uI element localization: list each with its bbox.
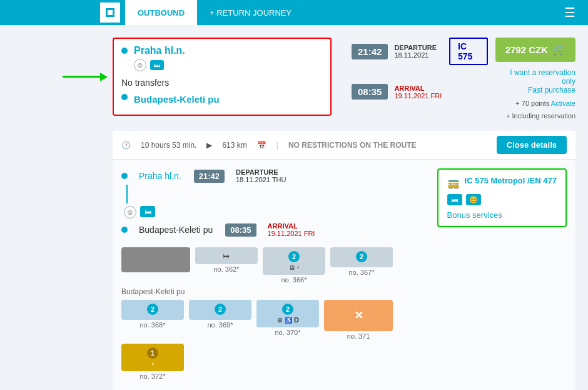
detail-arr-info: ARRIVAL 19.11.2021 FRI [268, 222, 315, 237]
close-details-button[interactable]: Close details [497, 136, 567, 154]
departure-info: DEPARTURE 18.11.2021 [394, 44, 437, 59]
car-card-370[interactable]: 2 🖥 ♿ D no. 370* [256, 300, 319, 340]
top-result-row: Praha hl.n. ◎ 🛏 No transfers Budapest-Ke… [113, 31, 575, 126]
arrow-line [63, 76, 100, 78]
arrival-label: ARRIVAL [394, 85, 442, 92]
arrival-date: 19.11.2021 FRI [394, 92, 442, 100]
detail-dest: Budapest-Keleti pu [139, 225, 213, 235]
train-icon: 🚃 [447, 177, 460, 189]
fast-purchase-link[interactable]: Fast purchase [495, 86, 575, 95]
detail-target-icon: ◎ [124, 206, 136, 218]
dest-station: Budapest-Keleti pu [134, 94, 220, 105]
activate-link[interactable]: Activate [551, 100, 575, 107]
no-transfers-label: No transfers [121, 78, 323, 88]
detail-arr-date: 19.11.2021 FRI [268, 230, 315, 237]
car-card-368[interactable]: 2 no. 368* [121, 300, 184, 340]
price-label: 2792 CZK [505, 44, 548, 55]
cart-icon: 🛒 [553, 44, 565, 56]
train-id-badge: IC 575 [449, 38, 488, 65]
train-link[interactable]: IC 575 Metropol /EN 477 [465, 176, 557, 185]
car-362-icons: 🛏 [204, 252, 249, 259]
detail-dest-row: Budapest-Keleti pu 08:35 ARRIVAL 19.11.2… [121, 222, 427, 237]
buy-button[interactable]: 2792 CZK 🛒 [495, 38, 575, 62]
detail-bed-icon: 🛏 [140, 206, 155, 217]
sleep-icon-366: ⸗ [297, 264, 299, 271]
tab-outbound[interactable]: OUTBOUND [125, 0, 197, 25]
car-card-367[interactable]: 2 no. 367* [330, 247, 393, 284]
car-label-370: no. 370* [256, 329, 319, 336]
monitor-icon-370: 🖥 [276, 317, 283, 324]
train-info-top: 🚃 IC 575 Metropol /EN 477 [447, 176, 557, 189]
sleep-icon-372: ⸗ [152, 360, 154, 367]
calendar-icon: 📅 [257, 141, 266, 150]
car-369-num: 2 [215, 304, 226, 315]
dot-line-bottom [121, 91, 128, 100]
car-label-371: no. 371 [324, 332, 393, 340]
detail-origin-dot [121, 173, 128, 179]
price-column: 2792 CZK 🛒 I want a reservation only Fas… [495, 38, 575, 120]
car-card-371[interactable]: ✕ no. 371 [324, 300, 393, 340]
route-info-bar: 🕐 10 hours 53 min. ▶ 613 km 📅 | NO RESTR… [113, 131, 575, 159]
monitor-icon-366: 🖥 [289, 264, 295, 271]
car-card-372[interactable]: 1 ⸗ no. 372* [121, 344, 184, 380]
detail-origin-row: Praha hl.n. 21:42 DEPARTURE 18.11.2021 T… [121, 168, 427, 183]
cross-icon-371: ✕ [354, 309, 363, 322]
car-370-icons: 🖥 ♿ D [263, 316, 313, 324]
svg-rect-2 [108, 10, 113, 15]
car-label-369: no. 369* [189, 321, 251, 329]
detail-dest-dot [121, 227, 128, 233]
detail-origin: Praha hl.n. [139, 171, 181, 181]
no-restrictions: NO RESTRICTIONS ON THE ROUTE [288, 141, 417, 150]
detail-dep-label: DEPARTURE [236, 168, 286, 176]
points-text: + 70 points [515, 100, 549, 107]
target-icon: ◎ [134, 59, 146, 71]
origin-station: Praha hl.n. [134, 45, 185, 56]
car-label-362: no. 362* [195, 265, 258, 273]
departure-block: 21:42 DEPARTURE 18.11.2021 IC 575 08:35 … [352, 38, 488, 102]
car-372-icons: ⸗ [128, 360, 178, 367]
car-372-num: 1 [147, 347, 158, 359]
arrow-icon: ▶ [206, 141, 212, 150]
separator: | [276, 141, 278, 150]
car-366-num: 2 [288, 251, 300, 262]
train-amenity-icons: 🛏 😊 [447, 194, 557, 205]
bonus-services-link[interactable]: Bonus services [447, 210, 557, 220]
car-label-366: no. 366* [263, 276, 325, 284]
car-370-num: 2 [282, 304, 293, 315]
dot-line-top [121, 45, 128, 54]
car-label-372: no. 372* [121, 372, 184, 380]
clock-icon: 🕐 [121, 141, 131, 150]
origin-row: Praha hl.n. ◎ 🛏 [121, 45, 323, 74]
wheelchair-icon-370: ♿ [285, 317, 292, 324]
detail-vline [124, 185, 427, 203]
detail-amenity-icons: ◎ 🛏 [124, 206, 427, 218]
distance: 613 km [222, 141, 246, 150]
origin-icons: ◎ 🛏 [134, 59, 185, 71]
car-label-368: no. 368* [121, 321, 184, 329]
bed-icon-362: 🛏 [223, 252, 230, 259]
reservation-only-link[interactable]: I want a reservation only [495, 68, 575, 86]
cars-row-2: 2 no. 368* 2 no. 369* 2 🖥 ♿ [121, 300, 567, 340]
arrival-time-box: 08:35 ARRIVAL 19.11.2021 FRI [352, 84, 488, 100]
tab-return-label: + RETURN JOURNEY [210, 8, 291, 18]
logo [100, 3, 120, 23]
budapest-label: Budapest-Keleti pu [121, 287, 567, 296]
hamburger-menu[interactable]: ☰ [564, 5, 575, 20]
car-label-367: no. 367* [330, 269, 393, 276]
tab-return[interactable]: + RETURN JOURNEY [197, 0, 304, 25]
cars-row-3: 1 ⸗ no. 372* [121, 344, 567, 380]
detail-vertical-line [126, 185, 128, 203]
car-366-icons: 🖥 ⸗ [269, 264, 319, 271]
dest-dot [121, 94, 128, 100]
car-368-num: 2 [147, 304, 158, 315]
arrival-time: 08:35 [352, 84, 388, 100]
car-card-362[interactable]: 🛏 no. 362* [195, 247, 258, 284]
car-card-366[interactable]: 2 🖥 ⸗ no. 366* [263, 247, 325, 284]
main-content: Praha hl.n. ◎ 🛏 No transfers Budapest-Ke… [100, 25, 588, 390]
detail-route: Praha hl.n. 21:42 DEPARTURE 18.11.2021 T… [121, 168, 427, 239]
departure-time-box: 21:42 DEPARTURE 18.11.2021 IC 575 [352, 38, 488, 65]
arrival-info: ARRIVAL 19.11.2021 FRI [394, 85, 442, 100]
car-card-369[interactable]: 2 no. 369* [189, 300, 251, 340]
including-reservation: + Including reservation [506, 112, 575, 120]
detail-grid: Praha hl.n. 21:42 DEPARTURE 18.11.2021 T… [121, 168, 567, 239]
